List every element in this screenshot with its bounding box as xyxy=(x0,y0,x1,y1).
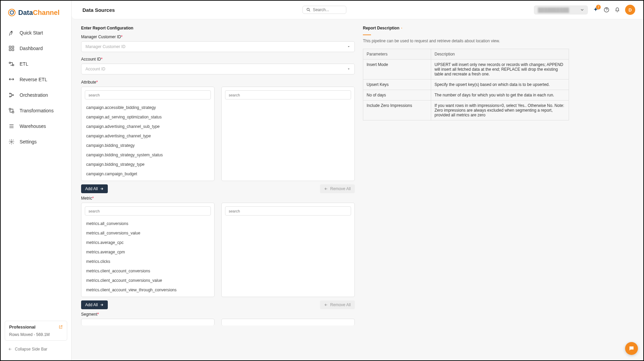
list-item[interactable]: metrics.average_cpc xyxy=(81,238,214,247)
sidebar-item-dashboard[interactable]: Dashboard xyxy=(1,41,71,56)
account-id-select[interactable]: Account ID xyxy=(81,64,355,74)
list-item[interactable]: metrics.client_account_conversions xyxy=(81,266,214,276)
metric-add-all-button[interactable]: Add All xyxy=(81,300,108,309)
chevron-down-icon xyxy=(347,45,350,48)
attribute-remove-all-button[interactable]: Remove All xyxy=(320,184,355,193)
param-name: Include Zero Impressions xyxy=(363,100,431,120)
svg-point-19 xyxy=(307,8,309,10)
table-row: No of daysThe number of days for which y… xyxy=(363,90,569,100)
sidebar-item-transformations[interactable]: Transformations xyxy=(1,103,71,118)
database-icon xyxy=(8,123,15,130)
svg-point-18 xyxy=(11,141,13,143)
list-item[interactable]: campaign.ad_serving_optimization_status xyxy=(81,112,214,122)
workspace-selector[interactable]: ██████████ xyxy=(534,5,588,15)
sidebar-item-label: Dashboard xyxy=(20,46,43,51)
list-item[interactable]: campaign.bidding_strategy_system_status xyxy=(81,150,214,160)
report-description-panel: Report Description · This pipeline can b… xyxy=(363,26,569,354)
param-name: No of days xyxy=(363,90,431,100)
param-desc: Specify the upsert key(s) based on which… xyxy=(431,80,569,90)
table-row: Insert ModeUPSERT will insert only new r… xyxy=(363,60,569,80)
attribute-available-search[interactable] xyxy=(89,93,207,97)
metric-selected-search[interactable] xyxy=(229,209,347,213)
chevron-down-icon xyxy=(347,67,350,71)
avatar[interactable]: D xyxy=(625,5,635,15)
description-text: This pipeline can be used to request and… xyxy=(363,39,569,43)
sidebar-item-label: Settings xyxy=(20,139,37,144)
attribute-selected-list xyxy=(221,87,355,181)
svg-rect-14 xyxy=(12,111,14,113)
svg-point-12 xyxy=(13,95,14,96)
list-item[interactable]: metrics.clicks xyxy=(81,257,214,266)
sparkle-button[interactable]: 7 xyxy=(593,7,599,13)
table-row: Include Zero ImpressionsIf you want rows… xyxy=(363,100,569,120)
metric-available-list: metrics.all_conversionsmetrics.all_conve… xyxy=(81,203,215,297)
sidebar-item-quick-start[interactable]: Quick Start xyxy=(1,25,71,41)
bell-button[interactable] xyxy=(614,7,620,13)
topbar: Data Sources ██████████ 7 D xyxy=(72,1,643,19)
search-input[interactable] xyxy=(313,7,343,12)
sidebar-item-warehouses[interactable]: Warehouses xyxy=(1,118,71,134)
global-search[interactable] xyxy=(302,6,346,14)
metric-remove-all-button[interactable]: Remove All xyxy=(320,300,355,309)
sidebar-item-orchestration[interactable]: Orchestration xyxy=(1,87,71,103)
collapse-label: Collapse Side Bar xyxy=(15,347,47,352)
metric-selected-list xyxy=(221,203,355,297)
param-desc: If you want rows in with impressions=0, … xyxy=(431,100,569,120)
list-item[interactable]: metrics.all_conversions_value xyxy=(81,228,214,238)
external-link-icon[interactable] xyxy=(58,325,63,329)
branch-icon xyxy=(8,92,15,98)
account-label: Account ID xyxy=(81,57,101,62)
collapse-sidebar-button[interactable]: Collapse Side Bar xyxy=(5,344,67,356)
sidebar-item-label: Reverse ETL xyxy=(20,77,47,82)
logo-icon xyxy=(7,8,16,17)
svg-point-1 xyxy=(10,11,14,14)
sidebar-item-label: ETL xyxy=(20,61,28,67)
list-item[interactable]: metrics.cost_micros xyxy=(81,295,214,297)
table-header-description: Description xyxy=(431,49,569,60)
page-title: Data Sources xyxy=(82,7,115,13)
list-item[interactable]: campaign.create_time xyxy=(81,179,214,181)
plan-name: Professional xyxy=(9,324,35,330)
svg-point-3 xyxy=(11,32,12,32)
chevron-down-icon xyxy=(580,7,585,12)
description-title: Report Description · xyxy=(363,26,569,30)
list-item[interactable]: campaign.bidding_strategy_type xyxy=(81,160,214,169)
list-item[interactable]: campaign.advertising_channel_type xyxy=(81,131,214,141)
plan-card: Professional Rows Moved - 569.1M xyxy=(5,321,67,341)
list-item[interactable]: campaign.bidding_strategy xyxy=(81,141,214,150)
sidebar-item-settings[interactable]: Settings xyxy=(1,134,71,150)
notification-badge: 7 xyxy=(596,5,601,9)
sidebar-item-label: Orchestration xyxy=(20,92,48,98)
logo-text: DataChannel xyxy=(18,9,59,17)
help-button[interactable] xyxy=(603,7,610,13)
svg-rect-7 xyxy=(12,49,14,51)
chat-fab-button[interactable] xyxy=(625,342,638,355)
list-item[interactable]: campaign.accessible_bidding_strategy xyxy=(81,103,214,112)
table-row: Upsert KeysSpecify the upsert key(s) bas… xyxy=(363,80,569,90)
list-item[interactable]: campaign.campaign_budget xyxy=(81,169,214,179)
rocket-icon xyxy=(8,29,15,36)
svg-point-11 xyxy=(9,96,10,97)
sidebar-item-label: Transformations xyxy=(20,108,54,113)
list-item[interactable]: campaign.advertising_channel_sub_type xyxy=(81,122,214,131)
segment-available-list xyxy=(81,319,215,325)
attribute-selected-search[interactable] xyxy=(229,93,347,97)
nav: Quick Start Dashboard ETL Reverse ETL Or… xyxy=(1,22,71,317)
list-item[interactable]: metrics.average_cpm xyxy=(81,247,214,257)
sidebar-item-label: Warehouses xyxy=(20,123,46,129)
list-item[interactable]: metrics.client_account_conversions_value xyxy=(81,276,214,285)
param-name: Insert Mode xyxy=(363,60,431,80)
list-item[interactable]: metrics.client_account_view_through_conv… xyxy=(81,285,214,295)
list-item[interactable]: metrics.all_conversions xyxy=(81,219,214,228)
sidebar-item-reverse-etl[interactable]: Reverse ETL xyxy=(1,72,71,87)
metric-label: Metric xyxy=(81,196,92,201)
segment-label: Segment xyxy=(81,312,97,317)
manager-customer-id-select[interactable]: Manager Customer ID xyxy=(81,41,355,52)
attribute-add-all-button[interactable]: Add All xyxy=(81,184,108,193)
svg-point-2 xyxy=(14,10,15,12)
metric-available-search[interactable] xyxy=(89,209,207,213)
sidebar-item-etl[interactable]: ETL xyxy=(1,56,71,72)
collapse-icon xyxy=(8,347,12,351)
grid-icon xyxy=(8,45,15,52)
param-desc: The number of days for which you wish to… xyxy=(431,90,569,100)
